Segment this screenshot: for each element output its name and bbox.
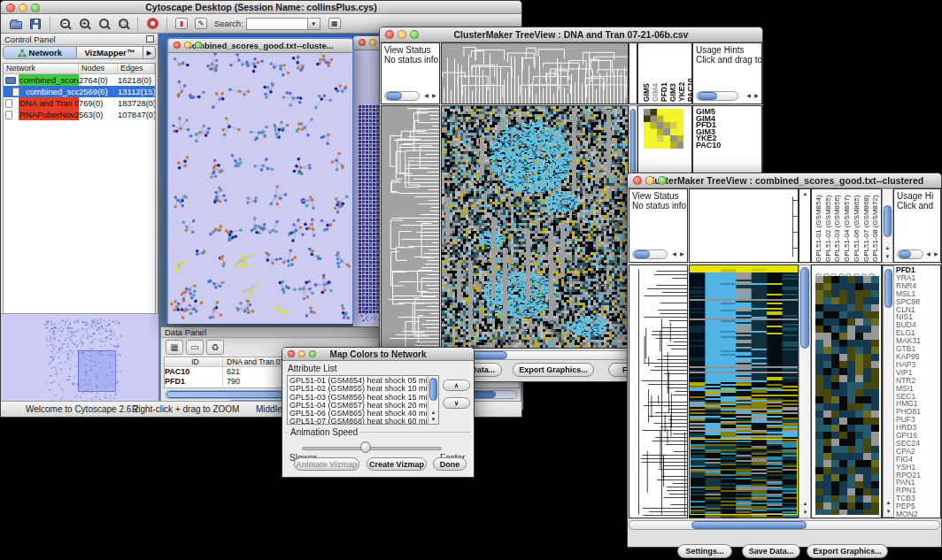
zoom-button[interactable] [658, 176, 667, 185]
move-up-button[interactable]: ∧ [443, 380, 470, 391]
network-row-combined-scores[interactable]: combined_scores 2764(0) 16218(0) [4, 74, 155, 86]
nodes-column-header[interactable]: Nodes [79, 64, 118, 73]
treeview2-titlebar[interactable]: ClusterMaker TreeView : combined_scores_… [628, 173, 941, 188]
zoom-button[interactable] [195, 42, 202, 49]
scroll-up-icon[interactable]: ▲ [884, 500, 892, 506]
export-graphics-button[interactable]: Export Graphics... [807, 544, 888, 558]
birdseye-view-canvas[interactable] [2, 315, 158, 410]
select-attributes-button[interactable]: ▦ [166, 340, 183, 355]
view-status-hscrollbar[interactable] [384, 91, 420, 101]
minimize-button[interactable] [298, 350, 305, 357]
heatmap-canvas[interactable] [690, 265, 798, 518]
row-dendrogram-canvas[interactable] [382, 106, 439, 348]
gene-list-vscrollbar[interactable]: ▲ ▼ [883, 265, 894, 518]
close-button[interactable] [174, 42, 181, 49]
scroll-right-icon[interactable]: ▶ [753, 93, 761, 99]
minimize-button[interactable] [645, 176, 654, 185]
column-dendrogram-canvas[interactable] [442, 43, 628, 104]
zoom-heatmap-canvas[interactable] [815, 276, 879, 515]
zoom-in-button[interactable]: + [74, 16, 94, 32]
open-session-button[interactable] [6, 16, 26, 32]
id-column-header[interactable]: ID [165, 357, 223, 366]
minimize-button[interactable] [184, 42, 191, 49]
zoom-matrix-canvas[interactable] [644, 109, 683, 149]
zoom-out-button[interactable]: − [55, 16, 74, 32]
zoom-fit-button[interactable] [94, 16, 113, 32]
edges-column-header[interactable]: Edges [118, 64, 155, 73]
zoom-button[interactable] [410, 30, 419, 39]
export-graphics-button[interactable]: Export Graphics... [513, 363, 594, 377]
heatmap-vscrollbar[interactable]: ▲ ▼ [799, 265, 811, 518]
search-dropdown-button[interactable]: ▼ [308, 18, 320, 30]
usage-hints-hscrollbar[interactable] [897, 249, 923, 259]
close-button[interactable] [6, 4, 15, 12]
network-row-rnapubernov2[interactable]: RNAPuberNov2+ 563(0) 107847(0) [4, 109, 155, 120]
tab-overflow-button[interactable]: ▶ [143, 46, 156, 59]
search-input[interactable] [246, 18, 308, 30]
tab-vizmapper[interactable]: VizMapper™ [77, 46, 144, 59]
animation-speed-slider[interactable] [302, 447, 442, 450]
save-session-button[interactable] [26, 16, 45, 32]
new-attribute-button[interactable]: ▭ [186, 340, 204, 355]
network-row-dna-tran[interactable]: DNA and Tran 07 769(0) 183728(0) [4, 97, 155, 109]
scroll-left-icon[interactable]: ◀ [670, 251, 678, 257]
scroll-up-icon[interactable]: ▲ [801, 501, 809, 507]
scroll-right-icon[interactable]: ▶ [678, 251, 686, 257]
scrollbar-thumb[interactable] [634, 250, 650, 258]
network1-titlebar[interactable]: combined_scores_good.txt--cluste... [168, 39, 352, 53]
scrollbar-thumb[interactable] [800, 267, 809, 349]
scrollbar-thumb[interactable] [429, 378, 437, 401]
done-button[interactable]: Done [433, 457, 467, 471]
zoom-button[interactable] [31, 4, 40, 12]
cytoscape-titlebar[interactable]: Cytoscape Desktop (Session Name: collins… [1, 1, 521, 14]
zoom-selected-button[interactable]: □ [113, 16, 133, 32]
column-labels-vscrollbar[interactable]: ▲ ▼ [882, 188, 893, 263]
network-canvas[interactable] [168, 53, 352, 324]
map-dialog-titlebar[interactable]: Map Colors to Network [282, 348, 474, 361]
network-list-header[interactable]: Network Nodes Edges [4, 64, 155, 74]
settings-button[interactable]: Settings... [677, 544, 732, 558]
treeview1-titlebar[interactable]: ClusterMaker TreeView : DNA and Tran 07-… [380, 27, 762, 42]
close-button[interactable] [288, 350, 295, 357]
network-row-combined-sco-selected[interactable]: combined_sco 2569(6) 13112(15) [4, 86, 155, 97]
scrollbar-thumb[interactable] [884, 269, 892, 308]
vizmapper-shortcut-button[interactable]: ▮ [172, 16, 191, 32]
slider-thumb[interactable] [360, 441, 371, 453]
scrollbar-thumb[interactable] [386, 92, 402, 100]
scroll-down-icon[interactable]: ▼ [429, 417, 437, 423]
scroll-up-icon[interactable]: ▲ [884, 245, 892, 251]
heatmap-canvas[interactable] [442, 106, 628, 348]
usage-hints-hscrollbar[interactable] [696, 91, 738, 101]
scroll-up-icon[interactable]: ▲ [429, 410, 437, 416]
scroll-right-icon[interactable]: ▶ [932, 251, 940, 257]
annotation-button[interactable]: ✎ [191, 16, 211, 32]
minimize-button[interactable] [369, 39, 376, 46]
attribute-editor-button[interactable]: ▦ [325, 16, 344, 32]
close-button[interactable] [385, 30, 394, 39]
zoom-button[interactable] [309, 350, 316, 357]
create-vizmap-button[interactable]: Create Vizmap [367, 457, 427, 471]
network-column-header[interactable]: Network [4, 64, 79, 73]
attribute-list-vscrollbar[interactable]: ▲ ▼ [428, 376, 438, 424]
column-dendrogram-canvas[interactable] [690, 189, 798, 262]
row-dendrogram-canvas[interactable] [629, 265, 687, 518]
scroll-left-icon[interactable]: ◀ [422, 93, 430, 99]
scroll-right-icon[interactable]: ▶ [430, 93, 438, 99]
float-panel-icon[interactable] [146, 35, 154, 42]
close-button[interactable] [359, 39, 366, 46]
scrollbar-thumb[interactable] [884, 205, 892, 237]
scroll-left-icon[interactable]: ◀ [924, 251, 932, 257]
delete-attribute-button[interactable]: ♻ [206, 340, 224, 355]
scrollbar-thumb[interactable] [899, 250, 911, 258]
minimize-button[interactable] [398, 30, 406, 39]
scroll-down-icon[interactable]: ▼ [884, 254, 892, 260]
scroll-up-icon[interactable]: ▲ [801, 191, 809, 197]
scroll-down-icon[interactable]: ▼ [801, 510, 809, 516]
heatmap-hscrollbar[interactable] [629, 520, 940, 530]
view-status-hscrollbar[interactable] [632, 249, 668, 259]
close-button[interactable] [633, 176, 642, 185]
tab-network[interactable]: Network [3, 46, 77, 59]
move-down-button[interactable]: ∨ [443, 397, 470, 409]
help-button[interactable] [143, 16, 162, 32]
save-data-button[interactable]: Save Data... [742, 544, 800, 558]
